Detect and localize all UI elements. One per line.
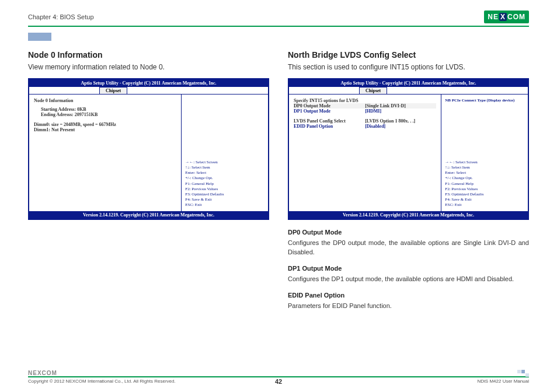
bios-nav-keys: →←: Select Screen ↑↓: Select Item Enter:… [185, 160, 264, 208]
bios-value: [Single Link DVI-D] [365, 103, 436, 108]
nav-line: F1: General Help [445, 181, 524, 187]
footer-row: Copyright © 2012 NEXCOM International Co… [28, 379, 529, 384]
footer-copyright: Copyright © 2012 NEXCOM International Co… [28, 379, 176, 384]
bios-line: Node 0 Information [34, 98, 176, 103]
desc-text: Parameters for EDID Panel function. [288, 302, 529, 311]
bios-main-pane: Node 0 Information Starting Address: 0KB… [29, 94, 182, 211]
bios-screenshot-right: Aptio Setup Utility - Copyright (C) 2011… [288, 78, 529, 220]
nav-line: F4: Save & Exit [445, 197, 524, 202]
bios-line: Starting Address: 0KB [34, 107, 176, 112]
bios-footer: Version 2.14.1219. Copyright (C) 2011 Am… [29, 211, 268, 219]
bios-label: LVDS Panel Config Select [294, 118, 365, 124]
bios-nav-keys: →←: Select Screen ↑↓: Select Item Enter:… [445, 160, 524, 208]
bios-line: Ending Adresss: 2097151KB [34, 112, 176, 117]
bios-row[interactable]: LVDS Panel Config Select [LVDS Option 1 … [294, 118, 436, 124]
right-lead: This section is used to configure INT15 … [288, 63, 529, 71]
bios-value: [HDMI] [365, 108, 436, 114]
desc-heading: DP0 Output Mode [288, 228, 529, 237]
desc-text: Configures the DP1 output mode, the avai… [288, 275, 529, 284]
bios-screenshot-left: Aptio Setup Utility - Copyright (C) 2011… [28, 78, 269, 220]
nav-line: F1: General Help [185, 181, 264, 187]
chapter-title: Chapter 4: BIOS Setup [28, 13, 94, 20]
left-heading: Node 0 Information [28, 50, 269, 60]
side-tab-icon [28, 33, 51, 41]
bios-help-text: NB PCIe Connect Type (Display device) [445, 98, 524, 103]
nav-line: F2: Previous Values [185, 187, 264, 192]
bios-tab-chipset[interactable]: Chipset [99, 87, 127, 94]
bios-label: EDID Panel Option [294, 124, 365, 129]
bios-row[interactable]: DP0 Output Mode [Single Link DVI-D] [294, 103, 436, 108]
bios-tab-row: Chipset [29, 87, 268, 94]
desc-heading: EDID Panel Option [288, 291, 529, 300]
bios-title: Aptio Setup Utility - Copyright (C) 2011… [29, 79, 268, 87]
right-column: North Bridge LVDS Config Select This sec… [288, 50, 529, 318]
page-footer: NEXCOM Copyright © 2012 NEXCOM Internati… [28, 370, 529, 384]
bios-value: [Disabled] [365, 124, 436, 129]
bios-row-title: Specify INT15 options for LVDS [294, 98, 436, 103]
bios-row[interactable]: DP1 Output Mode [HDMI] [294, 108, 436, 114]
bios-row[interactable]: EDID Panel Option [Disabled] [294, 124, 436, 129]
bios-value: [LVDS Option 1 800x. . .] [365, 118, 436, 124]
nav-line: ESC: Exit [185, 202, 264, 208]
nav-line: F3: Optimized Defaults [185, 192, 264, 197]
bios-body: Node 0 Information Starting Address: 0KB… [29, 94, 268, 211]
left-lead: View memory information related to Node … [28, 63, 269, 71]
footer-squares-icon [517, 370, 529, 377]
bios-line: Dimm0: size = 2048MB, speed = 667MHz [34, 122, 176, 127]
content-columns: Node 0 Information View memory informati… [28, 50, 529, 318]
nav-line: ↑↓: Select Item [445, 165, 524, 170]
bios-help-pane: NB PCIe Connect Type (Display device) →←… [441, 94, 528, 211]
nav-line: F2: Previous Values [445, 187, 524, 192]
nav-line: ↑↓: Select Item [185, 165, 264, 170]
bios-tab-chipset[interactable]: Chipset [359, 87, 387, 94]
nav-line: +/-: Change Opt. [185, 176, 264, 181]
bios-footer: Version 2.14.1219. Copyright (C) 2011 Am… [289, 211, 528, 219]
right-heading: North Bridge LVDS Config Select [288, 50, 529, 60]
nav-line: Enter: Select [185, 170, 264, 176]
footer-doc-title: NDiS M422 User Manual [478, 379, 529, 384]
page-header: Chapter 4: BIOS Setup NEXCOM [28, 10, 529, 23]
bios-help-pane: →←: Select Screen ↑↓: Select Item Enter:… [182, 94, 268, 211]
nav-line: +/-: Change Opt. [445, 176, 524, 181]
nav-line: ESC: Exit [445, 202, 524, 208]
bios-label: DP0 Output Mode [294, 103, 365, 108]
nav-line: →←: Select Screen [445, 160, 524, 165]
footer-logo: NEXCOM [28, 370, 529, 376]
page-number: 42 [275, 378, 282, 385]
top-rule [28, 26, 529, 27]
nav-line: F4: Save & Exit [185, 197, 264, 202]
desc-text: Configures the DP0 output mode, the avai… [288, 239, 529, 257]
bios-body: Specify INT15 options for LVDS DP0 Outpu… [289, 94, 528, 211]
nav-line: F3: Optimized Defaults [445, 192, 524, 197]
brand-logo: NEXCOM [484, 10, 529, 23]
bios-tab-row: Chipset [289, 87, 528, 94]
desc-heading: DP1 Output Mode [288, 264, 529, 274]
descriptions: DP0 Output Mode Configures the DP0 outpu… [288, 228, 529, 311]
left-column: Node 0 Information View memory informati… [28, 50, 269, 318]
nav-line: →←: Select Screen [185, 160, 264, 165]
bios-line: Dimm1: Not Present [34, 127, 176, 132]
bios-label: DP1 Output Mode [294, 108, 365, 114]
bios-title: Aptio Setup Utility - Copyright (C) 2011… [289, 79, 528, 87]
nav-line: Enter: Select [445, 170, 524, 176]
bios-main-pane: Specify INT15 options for LVDS DP0 Outpu… [289, 94, 441, 211]
